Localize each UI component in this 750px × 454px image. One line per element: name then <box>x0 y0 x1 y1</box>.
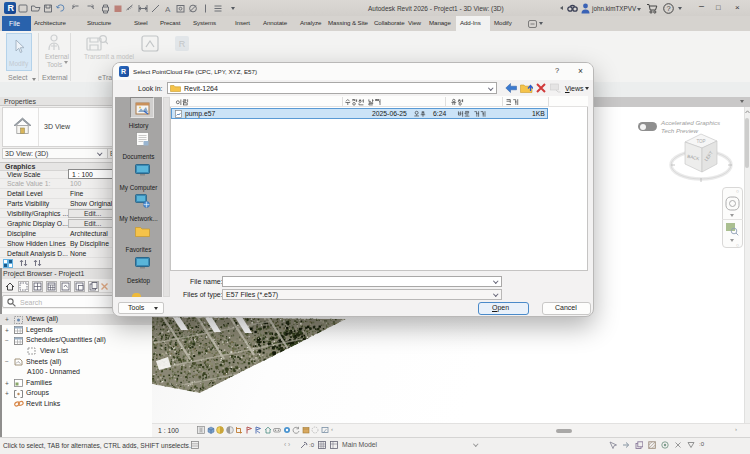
svg-text:?: ? <box>666 4 670 13</box>
svg-text:R: R <box>179 39 186 49</box>
svg-text:TOP: TOP <box>696 139 705 144</box>
svg-text:A: A <box>165 5 171 14</box>
